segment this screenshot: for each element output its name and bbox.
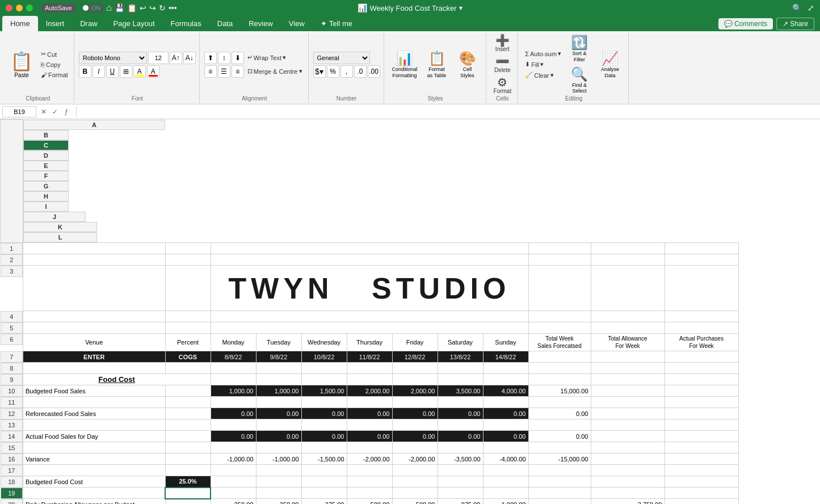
cell-C20[interactable]: 250.00 [211, 499, 256, 504]
formula-confirm-button[interactable]: ✓ [50, 107, 60, 117]
cell-A7[interactable]: ENTER [23, 351, 166, 363]
row-num-11[interactable]: 11 [1, 397, 23, 408]
cell-A13[interactable] [23, 419, 166, 431]
cell-E9[interactable] [301, 374, 347, 385]
cell-C5[interactable] [211, 322, 528, 334]
cell-C10[interactable]: 1,000.00 [211, 385, 256, 397]
comma-button[interactable]: , [340, 65, 353, 78]
font-size-input[interactable] [148, 52, 169, 64]
cell-L18[interactable] [665, 476, 738, 488]
save-icon[interactable]: 💾 [115, 3, 124, 12]
cell-I6[interactable]: Sunday [483, 334, 528, 351]
cell-F19[interactable] [347, 488, 392, 499]
cell-F10[interactable]: 2,000.00 [347, 385, 392, 397]
cell-L9[interactable] [665, 374, 738, 385]
merge-centre-button[interactable]: ⊡ Merge & Centre ▾ [245, 65, 305, 78]
cell-E11[interactable] [301, 397, 347, 408]
cell-F20[interactable]: 500.00 [347, 499, 392, 504]
cell-G10[interactable]: 2,000.00 [392, 385, 438, 397]
cell-B1[interactable] [165, 242, 211, 254]
cell-J1[interactable] [528, 242, 591, 254]
cell-C18[interactable] [211, 476, 256, 488]
row-num-2[interactable]: 2 [1, 254, 23, 266]
col-header-D[interactable]: D [23, 150, 69, 161]
cell-H10[interactable]: 3,500.00 [438, 385, 483, 397]
cell-K6[interactable]: Total AllowanceFor Week [591, 334, 665, 351]
cell-L19[interactable] [665, 488, 738, 499]
cell-I11[interactable] [483, 397, 528, 408]
cell-A5[interactable] [23, 322, 166, 334]
cell-C17[interactable] [211, 465, 256, 476]
cell-D8[interactable] [256, 363, 301, 374]
cell-J3[interactable] [528, 266, 591, 311]
increase-decimal-button[interactable]: .00 [368, 65, 380, 78]
align-left-button[interactable]: ≡ [204, 65, 217, 78]
cell-L14[interactable] [665, 431, 738, 442]
cell-H7[interactable]: 13/8/22 [438, 351, 483, 363]
cell-I7[interactable]: 14/8/22 [483, 351, 528, 363]
italic-button[interactable]: I [92, 65, 105, 78]
cell-A4[interactable] [23, 311, 166, 322]
bold-button[interactable]: B [79, 65, 91, 78]
cell-I17[interactable] [483, 465, 528, 476]
cell-K15[interactable] [591, 442, 665, 453]
cell-K2[interactable] [591, 254, 665, 266]
analyse-data-button[interactable]: 📈 AnalyseData [595, 49, 625, 80]
number-format-select[interactable]: General [313, 52, 370, 64]
cell-D15[interactable] [256, 442, 301, 453]
cell-J6[interactable]: Total WeekSales Forecatsed [528, 334, 591, 351]
row-num-15[interactable]: 15 [1, 442, 23, 453]
cell-C14[interactable]: 0.00 [211, 431, 256, 442]
row-num-18[interactable]: 18 [1, 476, 23, 488]
row-num-1[interactable]: 1 [1, 243, 23, 254]
col-header-C[interactable]: C [23, 140, 69, 150]
fill-button[interactable]: ⬇ Fill ▾ [523, 60, 564, 69]
cell-J8[interactable] [528, 363, 591, 374]
cell-G8[interactable] [392, 363, 438, 374]
col-header-K[interactable]: K [23, 222, 97, 232]
cell-styles-button[interactable]: 🎨 CellStyles [453, 49, 482, 80]
cell-G15[interactable] [392, 442, 438, 453]
find-select-button[interactable]: 🔍 Find &Select [565, 65, 594, 96]
percent-button[interactable]: % [327, 65, 339, 78]
cell-F17[interactable] [347, 465, 392, 476]
cell-B15[interactable] [165, 442, 211, 453]
cell-G19[interactable] [392, 488, 438, 499]
cell-K11[interactable] [591, 397, 665, 408]
cell-B13[interactable] [165, 419, 211, 431]
cell-J17[interactable] [528, 465, 591, 476]
fill-color-button[interactable]: A [133, 65, 146, 78]
redo-icon[interactable]: ↪ [149, 3, 156, 12]
cell-I15[interactable] [483, 442, 528, 453]
cell-E16[interactable]: -1,500.00 [301, 453, 347, 465]
cell-B6[interactable]: Percent [165, 334, 211, 351]
cell-K8[interactable] [591, 363, 665, 374]
cell-B12[interactable] [165, 408, 211, 419]
cell-B2[interactable] [165, 254, 211, 266]
cell-C7[interactable]: 8/8/22 [211, 351, 256, 363]
cell-I12[interactable]: 0.00 [483, 408, 528, 419]
font-color-button[interactable]: A [147, 65, 159, 78]
tab-view[interactable]: View [281, 16, 313, 31]
cell-I10[interactable]: 4,000.00 [483, 385, 528, 397]
cell-G7[interactable]: 12/8/22 [392, 351, 438, 363]
font-family-select[interactable]: Roboto Mono [79, 52, 147, 64]
cell-K10[interactable] [591, 385, 665, 397]
cell-J9[interactable] [528, 374, 591, 385]
decrease-font-button[interactable]: A↓ [183, 52, 196, 64]
tab-formulas[interactable]: Formulas [163, 16, 209, 31]
cell-A15[interactable] [23, 442, 166, 453]
cell-L8[interactable] [665, 363, 738, 374]
border-button[interactable]: ⊞ [120, 65, 132, 78]
cell-D11[interactable] [256, 397, 301, 408]
cell-H11[interactable] [438, 397, 483, 408]
cell-K5[interactable] [591, 322, 665, 334]
cell-A8[interactable] [23, 363, 166, 374]
conditional-formatting-button[interactable]: 📊 ConditionalFormatting [389, 49, 421, 80]
cell-L11[interactable] [665, 397, 738, 408]
share-button[interactable]: ↗Share [776, 18, 814, 30]
cell-F9[interactable] [347, 374, 392, 385]
cell-K12[interactable] [591, 408, 665, 419]
cell-A16[interactable]: Variance [23, 453, 166, 465]
row-num-16[interactable]: 16 [1, 453, 23, 465]
